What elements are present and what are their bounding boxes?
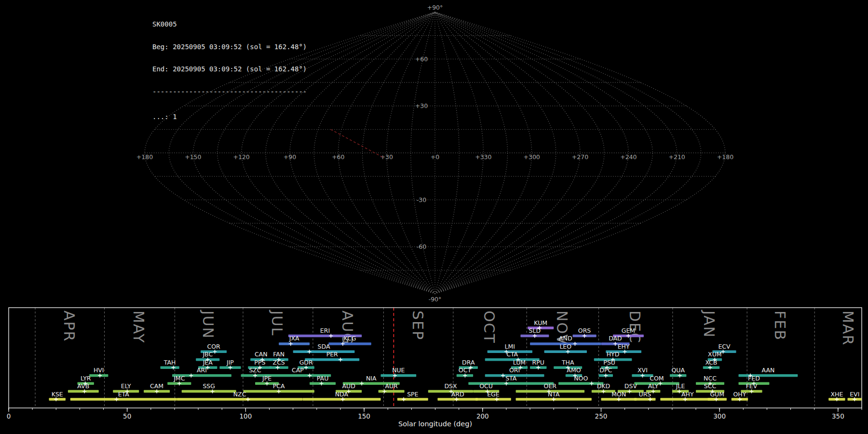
shower-label-SDA: SDA xyxy=(318,343,330,350)
shower-label-NOO: NOO xyxy=(574,375,588,382)
x-tick-labels: 050100150200250300350 xyxy=(7,412,844,420)
x-tick-label: 0 xyxy=(7,412,11,420)
shower-peak-marker-NDA xyxy=(341,397,345,401)
shower-peak-marker-AVB xyxy=(82,390,86,393)
month-label-FEB: FEB xyxy=(772,311,788,341)
shower-peak-marker-XHE xyxy=(835,397,839,401)
shower-label-XHE: XHE xyxy=(830,391,843,398)
shower-label-GUM: GUM xyxy=(710,391,724,398)
shower-peak-marker-PAU xyxy=(320,381,324,385)
shower-label-ALY: ALY xyxy=(648,382,659,390)
shower-bar-SSG xyxy=(182,390,236,393)
shower-label-THA: THA xyxy=(561,359,574,366)
shower-peak-marker-LEO xyxy=(566,350,570,353)
shower-peak-marker-ALY xyxy=(651,390,655,393)
shower-peak-marker-JXA xyxy=(289,342,293,346)
shower-peak-marker-ZCS xyxy=(276,366,280,369)
shower-peak-marker-AHY xyxy=(683,397,687,401)
shower-bar-CTA xyxy=(485,358,540,361)
shower-label-OHY: OHY xyxy=(733,391,746,398)
shower-label-JIP: JIP xyxy=(226,359,234,366)
shower-peak-marker-GDR xyxy=(304,366,308,369)
shower-bar-EGE xyxy=(475,398,511,401)
shower-label-AHY: AHY xyxy=(681,391,694,398)
shower-label-DSV: DSV xyxy=(624,382,637,390)
shower-peak-marker-JMC xyxy=(177,381,181,385)
meridian-line xyxy=(411,12,435,294)
shower-label-OCU: OCU xyxy=(479,382,493,390)
shower-peak-marker-ECV xyxy=(721,350,725,353)
shower-bar-ETA xyxy=(70,398,177,401)
x-axis-title: Solar longitude (deg) xyxy=(398,420,472,428)
lon-label: +210 xyxy=(668,153,685,161)
shower-peak-marker-HVI xyxy=(98,374,102,378)
meridian-line xyxy=(266,12,435,294)
month-label-SEP: SEP xyxy=(409,311,426,340)
meridian-line xyxy=(435,12,628,294)
shower-label-NIA: NIA xyxy=(366,375,377,382)
shower-label-OER: OER xyxy=(544,382,557,390)
x-tick-label: 100 xyxy=(239,412,252,420)
shower-peak-marker-NTA xyxy=(552,397,556,401)
shower-peak-marker-XVI xyxy=(640,374,644,378)
shower-label-AUD: AUD xyxy=(342,382,355,390)
shower-peak-marker-STA xyxy=(504,381,508,385)
shower-peak-marker-XCB xyxy=(708,366,712,369)
shower-label-CAN: CAN xyxy=(255,351,268,358)
lon-label: +90 xyxy=(284,153,296,161)
shower-label-AMO: AMO xyxy=(567,366,581,374)
month-label-MAR: MAR xyxy=(840,311,856,346)
shower-peak-marker-NOO xyxy=(590,381,594,385)
shower-peak-marker-DKD xyxy=(601,390,605,393)
x-tick-label: 50 xyxy=(123,412,131,420)
shower-bar-JXA xyxy=(279,342,310,345)
shower-label-KUM: KUM xyxy=(534,319,547,326)
shower-label-AUR: AUR xyxy=(385,382,398,390)
shower-label-ECV: ECV xyxy=(718,343,731,350)
x-tick-label: 300 xyxy=(713,412,726,420)
shower-label-ETA: ETA xyxy=(118,391,130,398)
x-tick-label: 150 xyxy=(358,412,370,420)
month-label-JUL: JUL xyxy=(269,310,285,337)
lon-label: +60 xyxy=(332,153,344,161)
shower-label-DKD: DKD xyxy=(597,382,610,390)
shower-label-JEA: JEA xyxy=(203,359,213,366)
shower-label-NTA: NTA xyxy=(548,391,560,398)
shower-peak-marker-ARI xyxy=(189,374,193,378)
shower-peak-marker-JPE xyxy=(265,381,269,385)
x-tick-label: 250 xyxy=(595,412,608,420)
shower-label-TAH: TAH xyxy=(163,359,176,366)
shower-label-FED: FED xyxy=(748,375,760,382)
shower-label-SLD: SLD xyxy=(529,327,541,334)
shower-peak-marker-ETA xyxy=(115,397,119,401)
lon-label: +270 xyxy=(572,153,588,161)
shower-label-ORI: ORI xyxy=(509,366,520,374)
shower-label-COR: COR xyxy=(207,343,220,350)
shower-peak-marker-OCT xyxy=(463,374,467,378)
lat-label: -60 xyxy=(417,243,426,250)
shower-bar-URS xyxy=(634,398,655,401)
shower-peak-marker-AUR xyxy=(382,390,386,393)
shower-label-KCG: KCG xyxy=(344,335,356,342)
shower-peak-marker-RPU xyxy=(536,366,540,369)
shower-bar-KCG xyxy=(328,342,371,345)
lon-label: +240 xyxy=(620,153,637,161)
shower-label-AAN: AAN xyxy=(761,366,774,374)
month-label-OCT: OCT xyxy=(481,311,498,344)
shower-bar-NZC xyxy=(177,398,302,401)
shower-label-PER: PER xyxy=(326,351,338,358)
shower-bar-PER xyxy=(305,358,359,361)
shower-peak-marker-NIA xyxy=(360,381,364,385)
shower-label-URS: URS xyxy=(638,391,651,398)
lat-label: +60 xyxy=(415,55,428,63)
shower-peak-marker-CAP xyxy=(308,374,312,378)
shower-label-HYD: HYD xyxy=(607,351,620,358)
shower-peak-marker-MON xyxy=(617,397,621,401)
shower-bar-NUE xyxy=(380,374,416,377)
shower-peak-marker-EHY xyxy=(623,350,627,353)
shower-peak-marker-QUA xyxy=(678,374,682,378)
shower-label-HVI: HVI xyxy=(94,366,104,374)
shower-peak-marker-DPC xyxy=(604,374,608,378)
shower-label-GDR: GDR xyxy=(299,359,313,366)
shower-label-LMI: LMI xyxy=(505,343,515,350)
